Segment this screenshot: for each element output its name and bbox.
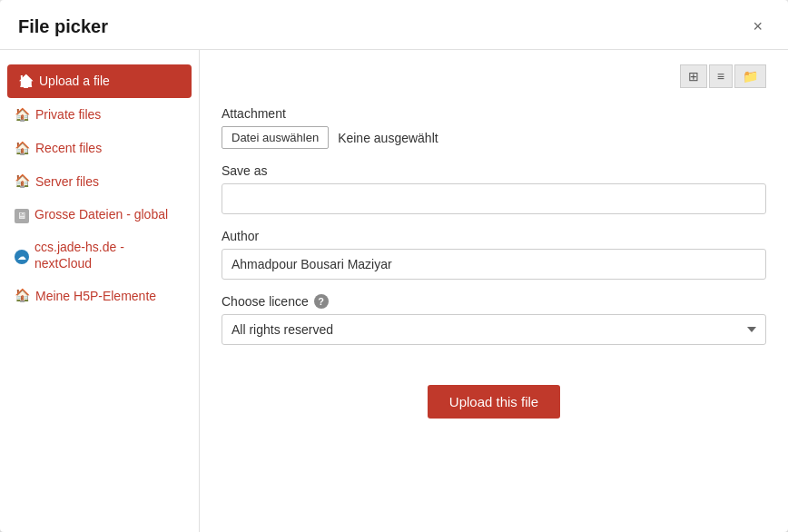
folder-view-button[interactable]: 📁 [734, 64, 766, 88]
save-as-section: Save as [222, 163, 766, 214]
licence-help-icon[interactable]: ? [314, 294, 329, 309]
save-as-label: Save as [222, 163, 766, 178]
sidebar-item-upload-file[interactable]: 🏠Upload a file [7, 64, 192, 98]
list-icon: ≡ [717, 69, 724, 84]
grid-icon: ⊞ [688, 69, 699, 84]
view-toolbar: ⊞ ≡ 📁 [222, 64, 766, 88]
licence-section: Choose licence ? All rights reservedPubl… [222, 294, 766, 345]
sidebar-item-private-files[interactable]: 🏠Private files [0, 98, 199, 132]
sidebar-item-icon-meine-h5p: 🏠 [15, 286, 30, 305]
sidebar-item-icon-upload-file: 🏠 [18, 72, 34, 91]
author-section: Author [222, 229, 766, 280]
grid-view-button[interactable]: ⊞ [680, 64, 707, 88]
licence-label: Choose licence [222, 294, 309, 309]
attachment-label: Attachment [222, 106, 766, 121]
author-label: Author [222, 229, 766, 243]
sidebar-item-label-recent-files: Recent files [35, 140, 102, 156]
sidebar-item-label-meine-h5p: Meine H5P-Elemente [35, 288, 156, 304]
save-as-input[interactable] [222, 183, 766, 214]
main-content: ⊞ ≡ 📁 Attachment Datei auswählen Keine a… [200, 50, 788, 532]
licence-label-row: Choose licence ? [222, 294, 766, 309]
attachment-section: Attachment Datei auswählen Keine ausgewä… [222, 106, 766, 149]
sidebar: 🏠Upload a file🏠Private files🏠Recent file… [0, 50, 200, 532]
sidebar-item-label-grosse-dateien: Grosse Dateien - global [34, 206, 168, 222]
modal-header: File picker × [0, 0, 788, 50]
sidebar-item-icon-grosse-dateien: 🖥 [15, 205, 29, 224]
sidebar-item-label-server-files: Server files [35, 173, 99, 190]
list-view-button[interactable]: ≡ [709, 64, 733, 88]
sidebar-item-label-private-files: Private files [35, 106, 101, 123]
no-file-selected-text: Keine ausgewählt [338, 131, 438, 145]
sidebar-item-icon-ccs-jade: ☁ [15, 246, 29, 265]
author-input[interactable] [222, 249, 766, 280]
modal-body: 🏠Upload a file🏠Private files🏠Recent file… [0, 50, 788, 532]
close-button[interactable]: × [745, 15, 770, 38]
licence-select[interactable]: All rights reservedPublic DomainCC BYCC … [222, 314, 766, 345]
sidebar-item-grosse-dateien[interactable]: 🖥Grosse Dateien - global [0, 198, 199, 232]
sidebar-item-label-ccs-jade: ccs.jade-hs.de - nextCloud [34, 239, 184, 271]
sidebar-item-icon-private-files: 🏠 [15, 105, 30, 124]
sidebar-item-recent-files[interactable]: 🏠Recent files [0, 132, 199, 165]
modal-title: File picker [18, 16, 108, 37]
file-picker-modal: File picker × 🏠Upload a file🏠Private fil… [0, 0, 788, 532]
upload-button[interactable]: Upload this file [428, 385, 560, 419]
sidebar-item-icon-recent-files: 🏠 [15, 139, 30, 158]
sidebar-item-ccs-jade[interactable]: ☁ccs.jade-hs.de - nextCloud [0, 232, 199, 279]
choose-file-button[interactable]: Datei auswählen [222, 126, 329, 149]
file-input-row: Datei auswählen Keine ausgewählt [222, 126, 766, 149]
sidebar-item-label-upload-file: Upload a file [39, 73, 110, 89]
sidebar-item-icon-server-files: 🏠 [15, 172, 30, 191]
sidebar-item-server-files[interactable]: 🏠Server files [0, 164, 199, 198]
sidebar-item-meine-h5p[interactable]: 🏠Meine H5P-Elemente [0, 279, 199, 312]
folder-icon: 📁 [743, 69, 758, 84]
form-actions: Upload this file [222, 367, 766, 419]
